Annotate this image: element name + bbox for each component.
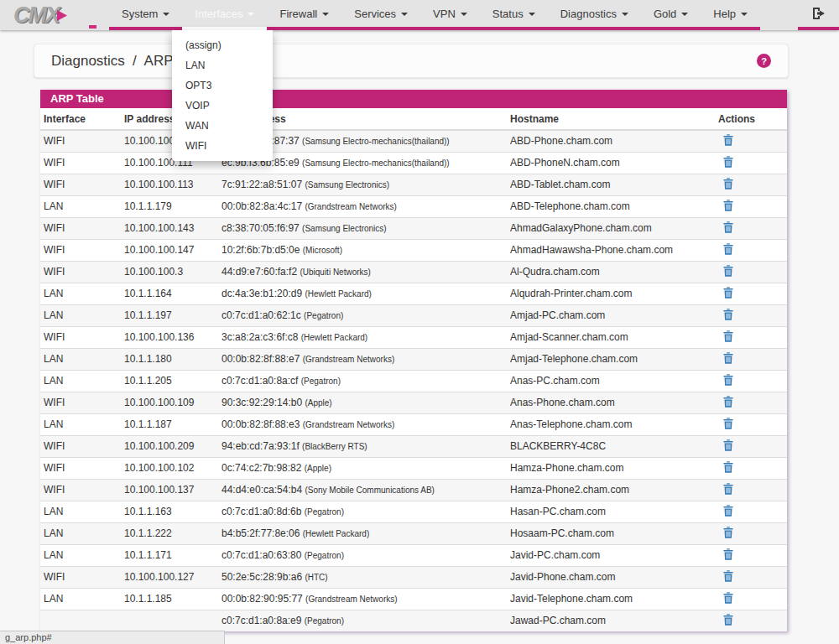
mac-value: c0:7c:d1:a0:63:80 — [221, 549, 305, 561]
delete-arp-entry-button[interactable] — [718, 134, 733, 146]
table-row: WIFI10.100.100.20994:eb:cd:7a:93:1f (Bla… — [40, 435, 787, 457]
mac-vendor: (Apple) — [305, 464, 331, 473]
nav-link-interfaces[interactable]: Interfaces — [182, 0, 267, 30]
mac-vendor: (Pegatron) — [305, 616, 344, 626]
cell-hostname: Anas-Phone.cham.com — [507, 392, 715, 413]
mac-value: 7c:91:22:a8:51:07 — [221, 179, 305, 190]
table-row: WIFI10.100.100.10990:3c:92:29:14:b0 (App… — [40, 392, 787, 413]
nav-label: Services — [354, 8, 396, 20]
delete-arp-entry-button[interactable] — [718, 265, 733, 277]
nav-link-status[interactable]: Status — [480, 0, 548, 30]
cell-interface: WIFI — [40, 130, 121, 152]
dropdown-item-assign[interactable]: (assign) — [172, 35, 273, 55]
delete-arp-entry-button[interactable] — [718, 505, 733, 517]
nav-link-firewall[interactable]: Firewall — [267, 0, 341, 30]
cell-mac-address: 44:d4:e0:ca:54:b4 (Sony Mobile Communica… — [218, 479, 507, 501]
nav-link-diagnostics[interactable]: Diagnostics — [548, 0, 641, 30]
trash-icon — [723, 309, 733, 320]
cell-ip-address: 10.1.1.185 — [121, 588, 218, 610]
delete-arp-entry-button[interactable] — [718, 592, 733, 604]
dropdown-item-wifi[interactable]: WIFI — [172, 136, 273, 156]
brand-logo[interactable]: CMX CMX — [0, 0, 109, 30]
mac-vendor: (Pegatron) — [305, 551, 344, 560]
cell-hostname: Anas-Telephone.cham.com — [507, 413, 715, 435]
delete-arp-entry-button[interactable] — [718, 352, 733, 364]
delete-arp-entry-button[interactable] — [718, 614, 733, 626]
cell-actions — [715, 457, 787, 479]
nav-link-help[interactable]: Help — [701, 0, 760, 30]
cell-actions — [715, 174, 787, 195]
nav-link-system[interactable]: System — [109, 0, 182, 30]
cell-ip-address — [121, 610, 218, 631]
dropdown-item-voip[interactable]: VOIP — [172, 96, 273, 116]
delete-arp-entry-button[interactable] — [718, 200, 733, 211]
delete-arp-entry-button[interactable] — [718, 243, 733, 255]
cell-hostname: ABD-Phone.cham.com — [507, 130, 715, 152]
breadcrumb-section-link[interactable]: Diagnostics — [51, 53, 125, 70]
cell-interface: WIFI — [40, 479, 121, 501]
delete-arp-entry-button[interactable] — [718, 570, 733, 582]
table-row: LAN10.1.1.164dc:4a:3e:b1:20:d9 (Hewlett … — [40, 283, 787, 304]
cell-hostname: Javid-Telephone.cham.com — [507, 588, 715, 610]
cell-mac-address: 50:2e:5c:28:9b:a6 (HTC) — [218, 566, 507, 588]
dropdown-item-opt3[interactable]: OPT3 — [172, 75, 273, 96]
cell-mac-address: b4:b5:2f:77:8e:06 (Hewlett Packard) — [218, 522, 507, 544]
cell-hostname: AhmadHawawsha-Phone.cham.com — [507, 239, 715, 261]
mac-vendor: (HTC) — [305, 573, 327, 582]
delete-arp-entry-button[interactable] — [718, 461, 733, 473]
delete-arp-entry-button[interactable] — [718, 396, 733, 408]
mac-vendor: (Grandstream Networks) — [303, 355, 394, 364]
delete-arp-entry-button[interactable] — [718, 309, 733, 320]
cell-interface: LAN — [40, 370, 121, 392]
delete-arp-entry-button[interactable] — [718, 548, 733, 560]
dropdown-item-wan[interactable]: WAN — [172, 116, 273, 136]
delete-arp-entry-button[interactable] — [718, 330, 733, 342]
delete-arp-entry-button[interactable] — [718, 374, 733, 386]
cell-hostname: BLACKBERRY-4C8C — [507, 435, 715, 457]
delete-arp-entry-button[interactable] — [718, 287, 733, 299]
mac-vendor: (Grandstream Networks) — [305, 595, 397, 604]
delete-arp-entry-button[interactable] — [718, 418, 733, 429]
cell-mac-address: dc:4a:3e:b1:20:d9 (Hewlett Packard) — [218, 283, 507, 304]
cell-interface: LAN — [40, 348, 121, 370]
panel-title: ARP Table — [40, 90, 787, 108]
top-navbar: CMX CMX SystemInterfacesFirewallServices… — [0, 0, 839, 30]
cell-ip-address: 10.1.1.187 — [121, 413, 218, 435]
delete-arp-entry-button[interactable] — [718, 483, 733, 495]
nav-link-gold[interactable]: Gold — [641, 0, 701, 30]
trash-icon — [723, 156, 733, 168]
mac-value: c8:38:70:05:f6:97 — [221, 222, 302, 234]
delete-arp-entry-button[interactable] — [718, 178, 733, 190]
cell-mac-address: c0:7c:d1:a0:62:1c (Pegatron) — [218, 304, 507, 326]
nav-item-status: Status — [480, 0, 548, 30]
nav-label: Help — [713, 8, 736, 20]
cell-actions — [715, 544, 787, 566]
mac-value: c0:7c:d1:a0:8d:6b — [221, 506, 305, 517]
chevron-down-icon — [529, 13, 535, 16]
cell-interface: WIFI — [40, 261, 121, 283]
link-preview-statusbar: g_arp.php# — [0, 631, 225, 644]
cell-ip-address: 10.100.100.127 — [121, 566, 218, 588]
delete-arp-entry-button[interactable] — [718, 527, 733, 538]
cell-actions — [715, 217, 787, 239]
cell-mac-address: 90:3c:92:29:14:b0 (Apple) — [218, 392, 507, 413]
help-icon[interactable]: ? — [757, 54, 771, 68]
mac-vendor: (Grandstream Networks) — [305, 202, 396, 211]
trash-icon — [723, 200, 733, 211]
column-header-hostname: Hostname — [507, 108, 715, 130]
logout-button[interactable] — [798, 0, 839, 30]
nav-link-vpn[interactable]: VPN — [420, 0, 480, 30]
cell-actions — [715, 195, 787, 217]
cell-ip-address: 10.1.1.205 — [121, 370, 218, 392]
cell-ip-address: 10.100.100.109 — [121, 392, 218, 413]
delete-arp-entry-button[interactable] — [718, 439, 733, 451]
dropdown-item-lan[interactable]: LAN — [172, 55, 273, 75]
cell-hostname: ABD-PhoneN.cham.com — [507, 152, 715, 174]
delete-arp-entry-button[interactable] — [718, 156, 733, 168]
delete-arp-entry-button[interactable] — [718, 221, 733, 233]
dropdown-item: VOIP — [172, 96, 273, 116]
nav-link-services[interactable]: Services — [341, 0, 420, 30]
dropdown-item: LAN — [172, 55, 273, 75]
trash-icon — [723, 592, 733, 604]
cell-actions — [715, 304, 787, 326]
